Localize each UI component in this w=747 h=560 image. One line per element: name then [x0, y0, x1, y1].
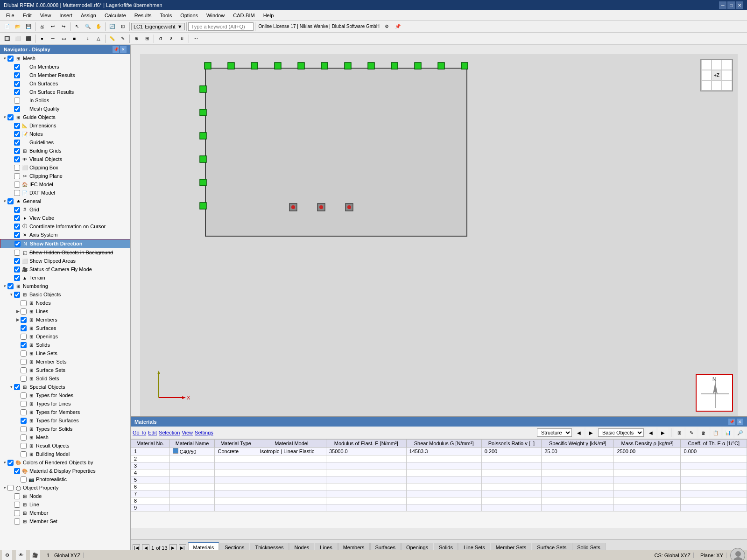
tree-item-4[interactable]: On Surface Results: [0, 88, 130, 96]
tree-expand-28[interactable]: ▾: [8, 292, 14, 297]
tree-item-30[interactable]: ▶⊞Lines: [0, 307, 130, 315]
vc-bl[interactable]: [701, 80, 712, 91]
settings-btn[interactable]: ⚙: [382, 21, 392, 32]
tree-check-9[interactable]: [14, 131, 20, 137]
viewport[interactable]: X Y +Z: [140, 54, 738, 421]
tree-check-4[interactable]: [14, 89, 20, 95]
tree-check-28[interactable]: [14, 292, 20, 298]
tree-check-37[interactable]: [21, 367, 27, 373]
surface-btn[interactable]: ▭: [58, 34, 69, 44]
tree-item-21[interactable]: ✕Axis System: [0, 231, 130, 239]
tree-item-55[interactable]: ⊞Member Set: [0, 517, 130, 525]
tree-item-16[interactable]: 📄DXF Model: [0, 189, 130, 197]
mat-prev2-btn[interactable]: ◀: [646, 427, 656, 438]
view3d-btn[interactable]: 🔲: [2, 34, 12, 44]
tree-check-2[interactable]: [14, 72, 20, 78]
measure-btn[interactable]: 📏: [107, 34, 117, 44]
structure-select[interactable]: Structure: [537, 428, 572, 437]
tree-item-6[interactable]: Mesh Quality: [0, 105, 130, 113]
tree-check-22[interactable]: [14, 241, 21, 247]
line-btn[interactable]: ─: [48, 34, 58, 44]
tree-item-33[interactable]: ⊞Openings: [0, 332, 130, 341]
tree-item-42[interactable]: ⊞Types for Members: [0, 408, 130, 416]
tree-item-37[interactable]: ⊞Surface Sets: [0, 366, 130, 374]
tree-check-29[interactable]: [21, 300, 27, 306]
solid-btn[interactable]: ■: [69, 34, 79, 44]
tree-item-1[interactable]: On Members: [0, 63, 130, 71]
menu-item-assign[interactable]: Assign: [77, 11, 100, 20]
annotation-btn[interactable]: ✎: [118, 34, 128, 44]
tree-check-55[interactable]: [14, 518, 20, 525]
close-button[interactable]: ✕: [736, 1, 743, 9]
tree-item-8[interactable]: 📐Dimensions: [0, 121, 130, 130]
tree-item-26[interactable]: ▲Terrain: [0, 273, 130, 282]
tree-expand-7[interactable]: ▾: [2, 114, 7, 120]
status-cam-btn[interactable]: 🎥: [30, 550, 40, 560]
mat-prev-btn[interactable]: ◀: [574, 427, 584, 438]
menu-item-calculate[interactable]: Calculate: [100, 11, 130, 20]
mat-tool5[interactable]: 📊: [723, 427, 733, 438]
tree-check-14[interactable]: [14, 173, 20, 179]
mat-next-btn[interactable]: ▶: [586, 427, 596, 438]
tree-item-17[interactable]: ▾★General: [0, 197, 130, 205]
grid-vis-btn[interactable]: ⊞: [142, 34, 152, 44]
tree-item-15[interactable]: 🏠IFC Model: [0, 180, 130, 189]
tree-item-20[interactable]: ⓘCoordinate Information on Cursor: [0, 222, 130, 231]
tree-item-11[interactable]: ⊞Building Grids: [0, 147, 130, 155]
snap-btn[interactable]: ⊕: [131, 34, 141, 44]
tree-expand-51[interactable]: ▾: [2, 485, 7, 490]
tree-check-38[interactable]: [21, 376, 27, 382]
menu-item-tools[interactable]: Tools: [155, 11, 176, 20]
tree-item-46[interactable]: ⊞Result Objects: [0, 441, 130, 450]
tree-check-31[interactable]: [21, 317, 27, 323]
search-input[interactable]: [188, 22, 254, 31]
tree-check-25[interactable]: [14, 266, 20, 273]
tree-item-23[interactable]: ◱Show Hidden Objects in Background: [0, 248, 130, 257]
menu-item-file[interactable]: File: [2, 11, 19, 20]
view-label[interactable]: View: [182, 430, 193, 435]
mat-tool2[interactable]: ✎: [686, 427, 697, 438]
tree-check-6[interactable]: [14, 106, 20, 112]
tree-check-0[interactable]: [7, 56, 14, 62]
tree-item-12[interactable]: 👁Visual Objects: [0, 155, 130, 163]
tree-item-5[interactable]: In Solids: [0, 96, 130, 105]
menu-item-insert[interactable]: Insert: [55, 11, 77, 20]
tree-check-21[interactable]: [14, 232, 20, 238]
tree-check-53[interactable]: [14, 502, 20, 508]
tree-check-51[interactable]: [7, 485, 14, 491]
tree-check-54[interactable]: [14, 510, 20, 516]
select-button[interactable]: ↖: [72, 21, 82, 32]
tree-item-50[interactable]: 📷Photorealistic: [0, 475, 130, 483]
tree-check-45[interactable]: [21, 434, 27, 441]
mat-row-6[interactable]: 7: [131, 490, 747, 497]
mat-tool3[interactable]: 🗑: [698, 427, 709, 438]
mat-tool1[interactable]: ⊞: [674, 427, 684, 438]
mat-pin-btn[interactable]: 📌: [728, 419, 735, 425]
selection-label[interactable]: Selection: [159, 430, 180, 435]
tree-check-19[interactable]: [14, 215, 20, 221]
menu-item-options[interactable]: Options: [176, 11, 202, 20]
menu-item-cad-bim[interactable]: CAD-BIM: [229, 11, 259, 20]
mat-tool6[interactable]: 🔎: [735, 427, 745, 438]
fit-all-button[interactable]: ⊡: [118, 21, 128, 32]
tree-check-15[interactable]: [14, 182, 20, 188]
basic-objects-select[interactable]: Basic Objects: [598, 428, 644, 437]
mat-close-btn[interactable]: ✕: [737, 419, 743, 425]
tree-check-32[interactable]: [21, 325, 27, 331]
tree-item-48[interactable]: ▾🎨Colors of Rendered Objects by: [0, 458, 130, 467]
new-button[interactable]: 📄: [2, 21, 12, 32]
menu-item-help[interactable]: Help: [259, 11, 278, 20]
tree-check-5[interactable]: [14, 98, 20, 104]
tree-item-28[interactable]: ▾⊞Basic Objects: [0, 290, 130, 299]
more-tools-btn[interactable]: ⋯: [190, 34, 201, 44]
tree-item-41[interactable]: ⊞Types for Lines: [0, 399, 130, 408]
pan-button[interactable]: ✋: [93, 21, 104, 32]
open-button[interactable]: 📂: [13, 21, 23, 32]
tree-item-49[interactable]: 🎨Material & Display Properties: [0, 467, 130, 475]
tree-check-48[interactable]: [7, 460, 14, 466]
tree-check-26[interactable]: [14, 275, 20, 281]
menu-item-window[interactable]: Window: [202, 11, 229, 20]
tree-item-29[interactable]: ⊞Nodes: [0, 299, 130, 307]
tree-check-44[interactable]: [21, 426, 27, 432]
mat-row-2[interactable]: 3: [131, 462, 747, 469]
